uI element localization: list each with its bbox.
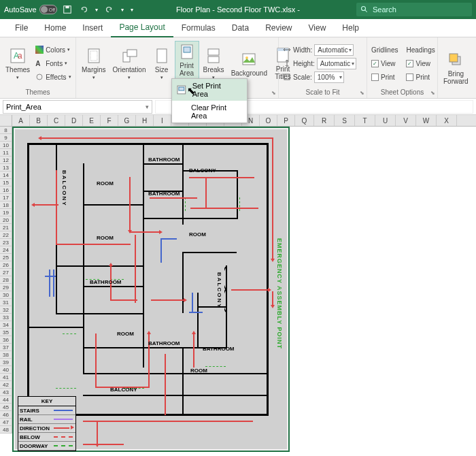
qat-customize-icon[interactable]: ▾ xyxy=(131,7,133,13)
row-header-8[interactable]: 8 xyxy=(0,127,12,134)
tab-view[interactable]: View xyxy=(301,20,335,37)
row-header-20[interactable]: 20 xyxy=(0,216,12,224)
grid-area[interactable]: BALCONY ROOM BATHROOM BATHROOM BALCONY R… xyxy=(12,127,476,456)
select-all-corner[interactable] xyxy=(0,115,12,126)
tab-review[interactable]: Review xyxy=(257,20,300,37)
page-setup-launcher[interactable]: ⬊ xyxy=(270,90,277,97)
row-header-17[interactable]: 17 xyxy=(0,194,12,201)
row-header-45[interactable]: 45 xyxy=(0,404,12,411)
row-header-27[interactable]: 27 xyxy=(0,269,12,276)
row-header-47[interactable]: 47 xyxy=(0,419,12,426)
tab-help[interactable]: Help xyxy=(334,20,367,37)
row-header-18[interactable]: 18 xyxy=(0,201,12,209)
row-header-13[interactable]: 13 xyxy=(0,164,12,172)
margins-button[interactable]: Margins▾ xyxy=(79,46,109,82)
tab-formulas[interactable]: Formulas xyxy=(173,20,224,37)
save-icon[interactable] xyxy=(63,5,72,14)
row-header-43[interactable]: 43 xyxy=(0,389,12,396)
row-header-23[interactable]: 23 xyxy=(0,239,12,246)
col-header-O[interactable]: O xyxy=(260,115,277,126)
redo-icon[interactable] xyxy=(105,5,114,14)
col-header-P[interactable]: P xyxy=(277,115,295,126)
bring-forward-button[interactable]: Bring Forward xyxy=(441,50,471,86)
size-button[interactable]: Size▾ xyxy=(150,46,173,82)
width-select[interactable]: Automatic xyxy=(314,44,354,56)
row-header-22[interactable]: 22 xyxy=(0,231,12,239)
effects-button[interactable]: Effects▾ xyxy=(34,71,72,83)
col-header-B[interactable]: B xyxy=(30,115,48,126)
col-header-Q[interactable]: Q xyxy=(295,115,314,126)
fonts-button[interactable]: AFonts▾ xyxy=(34,57,72,69)
search-box[interactable]: Search xyxy=(356,3,472,16)
col-header-H[interactable]: H xyxy=(136,115,154,126)
row-header-9[interactable]: 9 xyxy=(0,134,12,142)
tab-file[interactable]: File xyxy=(7,20,36,37)
row-header-14[interactable]: 14 xyxy=(0,172,12,179)
row-header-39[interactable]: 39 xyxy=(0,359,12,366)
autosave-toggle[interactable]: AutoSave Off xyxy=(4,5,57,14)
col-header-S[interactable]: S xyxy=(335,115,355,126)
row-header-41[interactable]: 41 xyxy=(0,374,12,381)
col-header-G[interactable]: G xyxy=(118,115,136,126)
col-header-V[interactable]: V xyxy=(396,115,416,126)
worksheet[interactable]: ABCDEFGHIJKLMNOPQRSTUVWX 891011121314151… xyxy=(0,115,476,456)
headings-view-checkbox[interactable]: ✓View xyxy=(405,57,436,69)
orientation-button[interactable]: Orientation▾ xyxy=(110,46,149,82)
col-header-I[interactable]: I xyxy=(154,115,171,126)
clear-print-area-item[interactable]: Clear Print Area xyxy=(172,101,247,123)
tab-home[interactable]: Home xyxy=(36,20,74,37)
scale-launcher[interactable]: ⬊ xyxy=(358,90,365,97)
set-print-area-item[interactable]: Set Print Area xyxy=(172,79,247,101)
themes-button[interactable]: Aa Themes ▾ xyxy=(3,46,33,82)
tab-page-layout[interactable]: Page Layout xyxy=(111,19,173,37)
row-header-21[interactable]: 21 xyxy=(0,224,12,231)
background-button[interactable]: Background xyxy=(228,49,270,78)
gridlines-print-checkbox[interactable]: Print xyxy=(370,71,399,83)
row-header-12[interactable]: 12 xyxy=(0,157,12,164)
undo-dropdown-icon[interactable]: ▾ xyxy=(95,7,98,13)
row-header-25[interactable]: 25 xyxy=(0,254,12,261)
gridlines-view-checkbox[interactable]: ✓View xyxy=(370,57,399,69)
row-header-35[interactable]: 35 xyxy=(0,329,12,336)
name-box[interactable]: Print_Area xyxy=(3,100,152,114)
scale-input[interactable]: 100% xyxy=(314,71,344,83)
row-header-26[interactable]: 26 xyxy=(0,261,12,269)
row-header-34[interactable]: 34 xyxy=(0,321,12,329)
col-header-C[interactable]: C xyxy=(48,115,65,126)
row-header-28[interactable]: 28 xyxy=(0,276,12,284)
row-header-40[interactable]: 40 xyxy=(0,366,12,374)
row-header-42[interactable]: 42 xyxy=(0,381,12,389)
row-header-16[interactable]: 16 xyxy=(0,186,12,194)
row-header-11[interactable]: 11 xyxy=(0,149,12,157)
col-header-E[interactable]: E xyxy=(83,115,101,126)
row-header-33[interactable]: 33 xyxy=(0,314,12,321)
row-header-24[interactable]: 24 xyxy=(0,246,12,254)
col-header-X[interactable]: X xyxy=(437,115,457,126)
col-header-F[interactable]: F xyxy=(101,115,118,126)
tab-data[interactable]: Data xyxy=(224,20,257,37)
sheet-options-launcher[interactable]: ⬊ xyxy=(429,90,436,97)
row-header-38[interactable]: 38 xyxy=(0,351,12,359)
headings-print-checkbox[interactable]: Print xyxy=(405,71,436,83)
row-header-48[interactable]: 48 xyxy=(0,426,12,434)
tab-insert[interactable]: Insert xyxy=(74,20,111,37)
row-header-46[interactable]: 46 xyxy=(0,411,12,419)
col-header-W[interactable]: W xyxy=(416,115,437,126)
row-header-15[interactable]: 15 xyxy=(0,179,12,186)
col-header-A[interactable]: A xyxy=(12,115,30,126)
row-header-44[interactable]: 44 xyxy=(0,396,12,404)
row-header-37[interactable]: 37 xyxy=(0,344,12,351)
col-header-T[interactable]: T xyxy=(355,115,375,126)
redo-dropdown-icon[interactable]: ▾ xyxy=(121,7,124,13)
col-header-U[interactable]: U xyxy=(375,115,396,126)
row-header-19[interactable]: 19 xyxy=(0,209,12,216)
undo-icon[interactable] xyxy=(79,5,88,14)
row-header-30[interactable]: 30 xyxy=(0,291,12,299)
row-header-10[interactable]: 10 xyxy=(0,142,12,149)
toggle-switch[interactable]: Off xyxy=(39,5,57,14)
row-header-32[interactable]: 32 xyxy=(0,306,12,314)
row-header-29[interactable]: 29 xyxy=(0,284,12,291)
row-header-36[interactable]: 36 xyxy=(0,336,12,344)
height-select[interactable]: Automatic xyxy=(317,58,356,69)
breaks-button[interactable]: Breaks▾ xyxy=(201,46,227,82)
